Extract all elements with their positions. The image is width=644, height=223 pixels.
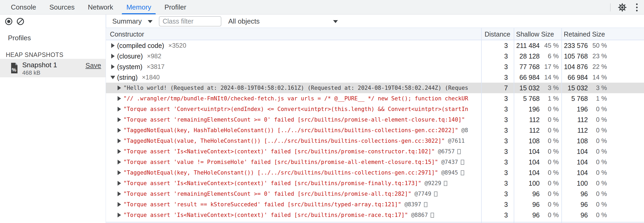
column-header-distance[interactable]: Distance (485, 30, 510, 38)
chevron-collapsed-icon[interactable] (116, 213, 122, 217)
distance-cell: 3 (481, 127, 514, 134)
shallow-size-cell: 1120 % (514, 127, 561, 134)
clear-profiles-icon[interactable] (16, 17, 25, 26)
chevron-collapsed-icon[interactable] (116, 117, 122, 122)
chevron-collapsed-icon[interactable] (116, 86, 122, 90)
object-id: @8945 (441, 170, 458, 176)
tab-network[interactable]: Network (81, 0, 120, 14)
column-divider (561, 28, 562, 223)
grid-row-string[interactable]: "TaggedNotEqual(key, TheHoleConstant()) … (106, 167, 644, 178)
grid-toolbar: Summary All objects (106, 15, 644, 28)
heap-snapshot-grid: Constructor Distance Shallow Size Retain… (106, 28, 644, 223)
size-percent: 1 % (588, 95, 607, 102)
grid-row-string[interactable]: "Torque assert 'Is<NativeContext>(contex… (106, 146, 644, 157)
gear-icon[interactable] (618, 3, 627, 12)
tab-profiler[interactable]: Profiler (158, 0, 193, 14)
retained-size-cell: 1960 % (561, 105, 644, 113)
distance-cell: 3 (481, 158, 514, 166)
heap-snapshots-section-title: HEAP SNAPSHOTS (6, 51, 63, 59)
retained-size-cell: 960 % (561, 190, 644, 198)
grid-row-string[interactable]: "Torque assert 'Convert<uintptr>(endInde… (106, 104, 644, 114)
size-percent: 0 % (588, 201, 607, 208)
grid-row-string[interactable]: "TaggedNotEqual(key, HashTableHoleConsta… (106, 125, 644, 136)
grid-row-string[interactable]: "TaggedNotEqual(value, TheHoleConstant()… (106, 136, 644, 146)
chevron-collapsed-icon[interactable] (110, 64, 116, 69)
save-snapshot-link[interactable]: Save (86, 61, 101, 70)
size-bytes: 104 (561, 158, 588, 166)
constructor-cell: "Torque assert 'remainingElementsCount >… (106, 117, 481, 123)
profiles-sidebar: Profiles HEAP SNAPSHOTS % Snapshot 1 468… (0, 28, 106, 223)
constructor-cell: "TaggedNotEqual(value, TheHoleConstant()… (106, 138, 481, 144)
column-header-constructor[interactable]: Constructor (110, 30, 144, 38)
objects-scope-select[interactable]: All objects (228, 17, 260, 25)
chevron-collapsed-icon[interactable] (116, 107, 122, 112)
chevron-collapsed-icon[interactable] (116, 181, 122, 186)
chevron-collapsed-icon[interactable] (116, 160, 122, 164)
perspective-select[interactable]: Summary (112, 17, 142, 25)
string-value: "TaggedNotEqual(value, TheHoleConstant()… (123, 138, 445, 144)
chevron-expanded-icon[interactable] (110, 76, 116, 79)
class-filter-input[interactable] (159, 16, 221, 26)
size-percent: 3 % (588, 84, 607, 92)
chevron-collapsed-icon[interactable] (116, 96, 122, 101)
size-percent: 0 % (588, 137, 607, 145)
size-percent: 17 % (540, 63, 559, 70)
size-bytes: 104 (514, 169, 540, 177)
string-value: "// .wrangler/tmp/bundle-FmNIt0/checked-… (123, 95, 468, 102)
chevron-collapsed-icon[interactable] (110, 54, 116, 59)
grid-row-string[interactable]: "Torque assert 'remainingElementsCount >… (106, 114, 644, 125)
distance-cell: 3 (481, 148, 514, 155)
column-header-retained-size[interactable]: Retained Size (564, 30, 605, 38)
tab-console[interactable]: Console (4, 0, 43, 14)
column-header-shallow-size[interactable]: Shallow Size (516, 30, 554, 38)
grid-row-group[interactable]: (string)×1840366 98414 %66 98414 % (106, 72, 644, 83)
size-percent: 0 % (588, 190, 607, 198)
chevron-collapsed-icon[interactable] (116, 170, 122, 175)
grid-row-string[interactable]: "Torque assert 'value != PromiseHole' fa… (106, 157, 644, 167)
grid-row-string[interactable]: "Torque assert 'Is<NativeContext>(contex… (106, 178, 644, 189)
grid-row-group[interactable]: (closure)×982328 1286 %105 76823 % (106, 51, 644, 61)
chevron-collapsed-icon[interactable] (110, 43, 116, 48)
grid-row-group[interactable]: (system)×3817377 76817 %104 87622 % (106, 61, 644, 72)
retained-size-cell: 1000 % (561, 180, 644, 187)
grid-row-string[interactable]: "Torque assert 'result == kStoreSucceded… (106, 199, 644, 210)
chevron-collapsed-icon[interactable] (116, 202, 122, 207)
tab-memory[interactable]: Memory (120, 0, 158, 14)
size-bytes: 96 (514, 211, 540, 219)
grid-row-string[interactable]: "Hello world! (Requested at: 2024-08-19T… (106, 83, 644, 93)
chevron-collapsed-icon[interactable] (116, 128, 122, 133)
grid-row-string[interactable]: "Torque assert 'remainingElementsCount >… (106, 189, 644, 199)
distance-cell: 3 (481, 116, 514, 124)
grid-header-row: Constructor Distance Shallow Size Retain… (106, 28, 644, 40)
chevron-collapsed-icon[interactable] (116, 149, 122, 154)
distance-cell: 3 (481, 190, 514, 198)
size-percent: 0 % (540, 105, 559, 113)
size-percent: 0 % (588, 148, 607, 155)
constructor-cell: (string)×1840 (106, 74, 481, 81)
grid-row-string[interactable]: "// .wrangler/tmp/bundle-FmNIt0/checked-… (106, 93, 644, 104)
shallow-size-cell: 15 0323 % (514, 84, 561, 92)
tab-sources[interactable]: Sources (43, 0, 81, 14)
three-dot-menu-icon[interactable] (634, 3, 640, 11)
grid-rows: (compiled code)×35203211 48445 %233 5765… (106, 40, 644, 220)
size-bytes: 211 484 (514, 42, 540, 50)
size-bytes: 96 (514, 190, 540, 198)
size-percent: 0 % (540, 190, 559, 198)
grid-row-string[interactable]: "Torque assert 'Is<NativeContext>(contex… (106, 210, 644, 220)
chevron-down-icon[interactable] (333, 20, 338, 23)
size-percent: 0 % (540, 211, 559, 219)
record-heap-snapshot-icon[interactable] (4, 17, 13, 26)
retained-size-cell: 1040 % (561, 158, 644, 166)
grid-row-group[interactable]: (compiled code)×35203211 48445 %233 5765… (106, 40, 644, 51)
size-percent: 45 % (540, 42, 559, 49)
column-divider (514, 28, 514, 223)
chevron-collapsed-icon[interactable] (116, 139, 122, 143)
object-id: @7437 (441, 159, 458, 165)
sidebar-item-snapshot-1[interactable]: % Snapshot 1 468 kB Save (0, 59, 106, 77)
size-bytes: 104 (514, 158, 540, 166)
size-bytes: 112 (561, 127, 588, 134)
chevron-collapsed-icon[interactable] (116, 191, 122, 196)
object-id: @7749 (414, 191, 431, 197)
chevron-down-icon[interactable] (148, 20, 153, 23)
distance-cell: 3 (481, 42, 514, 50)
